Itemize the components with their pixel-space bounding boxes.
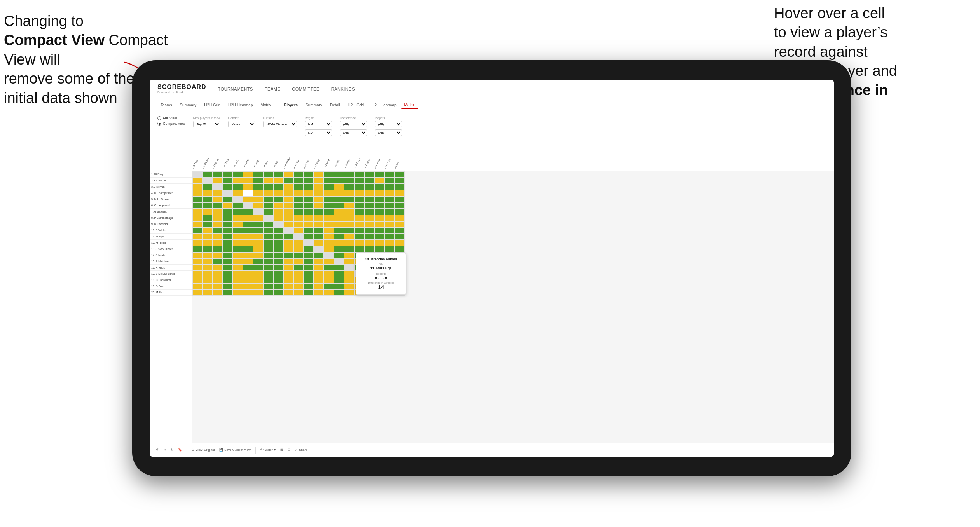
grid-cell[interactable] (304, 277, 314, 283)
layout-button[interactable]: ⊞ (280, 448, 283, 452)
grid-cell[interactable] (283, 283, 293, 290)
grid-cell[interactable] (203, 234, 213, 240)
grid-cell[interactable] (243, 252, 253, 258)
grid-cell[interactable] (263, 240, 273, 246)
grid-cell[interactable] (263, 209, 273, 215)
grid-cell[interactable] (364, 227, 374, 234)
grid-cell[interactable] (213, 227, 223, 234)
tab-h2h-grid1[interactable]: H2H Grid (201, 101, 224, 109)
grid-cell[interactable] (364, 240, 374, 246)
grid-cell[interactable] (344, 240, 354, 246)
grid-cell[interactable] (314, 290, 324, 296)
grid-cell[interactable] (304, 190, 314, 196)
grid-cell[interactable] (374, 240, 384, 246)
grid-cell[interactable] (192, 221, 203, 227)
grid-cell[interactable] (395, 215, 405, 221)
grid-cell[interactable] (283, 265, 293, 271)
grid-cell[interactable] (273, 240, 283, 246)
grid-cell[interactable] (324, 196, 334, 202)
grid-cell[interactable] (344, 215, 354, 221)
grid-cell[interactable] (273, 202, 283, 209)
grid-cell[interactable] (384, 202, 395, 209)
grid-cell[interactable] (354, 209, 364, 215)
grid-cell[interactable] (192, 246, 203, 252)
grid-cell[interactable] (314, 184, 324, 190)
grid-cell[interactable] (293, 178, 304, 184)
grid-cell[interactable] (395, 209, 405, 215)
grid-cell[interactable] (253, 221, 263, 227)
grid-cell[interactable] (213, 246, 223, 252)
grid-cell[interactable] (283, 234, 293, 240)
grid-cell[interactable] (203, 283, 213, 290)
grid-cell[interactable] (334, 258, 344, 265)
grid-cell[interactable] (283, 215, 293, 221)
grid-cell[interactable] (334, 209, 344, 215)
grid-cell[interactable] (283, 240, 293, 246)
grid-cell[interactable] (384, 209, 395, 215)
grid-cell[interactable] (324, 215, 334, 221)
grid-cell[interactable] (344, 265, 354, 271)
grid-cell[interactable] (314, 252, 324, 258)
grid-cell[interactable] (344, 221, 354, 227)
grid-cell[interactable] (263, 271, 273, 277)
grid-cell[interactable] (243, 246, 253, 252)
grid-cell[interactable] (334, 290, 344, 296)
grid-cell[interactable] (253, 246, 263, 252)
grid-cell[interactable] (293, 184, 304, 190)
grid-cell[interactable] (293, 221, 304, 227)
grid-cell[interactable] (253, 202, 263, 209)
grid-cell[interactable] (223, 196, 233, 202)
grid-cell[interactable] (233, 196, 243, 202)
grid-cell[interactable] (243, 221, 253, 227)
grid-cell[interactable] (304, 271, 314, 277)
grid-cell[interactable] (273, 190, 283, 196)
grid-cell[interactable] (304, 215, 314, 221)
grid-cell[interactable] (192, 184, 203, 190)
grid-cell[interactable] (334, 265, 344, 271)
grid-cell[interactable] (395, 196, 405, 202)
grid-cell[interactable] (233, 252, 243, 258)
grid-cell[interactable] (253, 171, 263, 178)
grid-cell[interactable] (344, 277, 354, 283)
grid-cell[interactable] (344, 283, 354, 290)
grid-cell[interactable] (384, 171, 395, 178)
grid-cell[interactable] (344, 234, 354, 240)
grid-cell[interactable] (374, 196, 384, 202)
grid-cell[interactable] (223, 227, 233, 234)
grid-cell[interactable] (374, 178, 384, 184)
grid-cell[interactable] (192, 215, 203, 221)
grid-cell[interactable] (203, 196, 213, 202)
grid-cell[interactable] (344, 252, 354, 258)
grid-cell[interactable] (324, 227, 334, 234)
grid-cell[interactable] (223, 265, 233, 271)
grid-cell[interactable] (263, 190, 273, 196)
grid-cell[interactable] (384, 215, 395, 221)
grid-cell[interactable] (233, 184, 243, 190)
grid-cell[interactable] (374, 171, 384, 178)
grid-cell[interactable] (203, 190, 213, 196)
tab-summary2[interactable]: Summary (302, 101, 325, 109)
grid-cell[interactable] (384, 190, 395, 196)
grid-cell[interactable] (192, 202, 203, 209)
grid-cell[interactable] (273, 215, 283, 221)
grid-cell[interactable] (223, 215, 233, 221)
grid-cell[interactable] (293, 202, 304, 209)
grid-cell[interactable] (293, 209, 304, 215)
grid-cell[interactable] (223, 290, 233, 296)
grid-cell[interactable] (223, 221, 233, 227)
tab-matrix2[interactable]: Matrix (401, 101, 418, 109)
grid-cell[interactable] (243, 178, 253, 184)
grid-cell[interactable] (293, 190, 304, 196)
grid-cell[interactable] (364, 196, 374, 202)
grid-cell[interactable] (334, 221, 344, 227)
grid-cell[interactable] (324, 209, 334, 215)
grid-cell[interactable] (263, 283, 273, 290)
grid-cell[interactable] (304, 209, 314, 215)
grid-cell[interactable] (344, 202, 354, 209)
grid-cell[interactable] (374, 234, 384, 240)
grid-cell[interactable] (304, 184, 314, 190)
grid-cell[interactable] (283, 252, 293, 258)
grid-cell[interactable] (213, 283, 223, 290)
grid-cell[interactable] (263, 202, 273, 209)
grid-cell[interactable] (192, 283, 203, 290)
